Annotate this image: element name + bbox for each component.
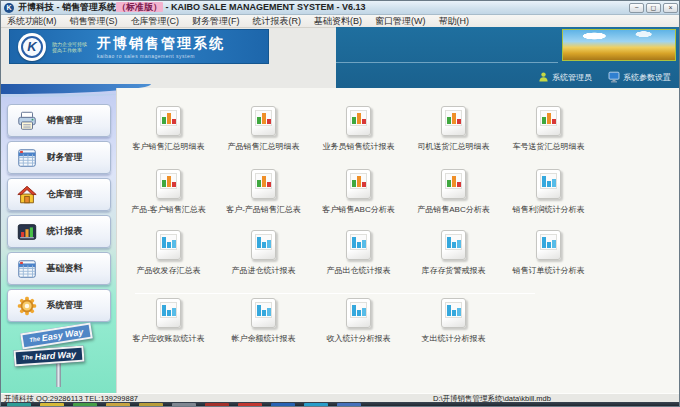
menu-item[interactable]: 窗口管理(W) [375,15,426,28]
report-chart-icon [346,169,371,199]
brand-logo: K [18,33,46,61]
report-chart-icon [156,298,181,328]
report-item[interactable]: 客户销售ABC分析表 [311,169,406,215]
menu-item[interactable]: 销售管理(S) [70,15,118,28]
report-chart-icon [536,106,561,136]
report-item[interactable]: 销售订单统计分析表 [501,230,596,276]
report-item[interactable]: 业务员销售统计报表 [311,106,406,152]
sidebar-item-label: 财务管理 [47,151,83,164]
taskbar-app-icon [238,403,262,407]
section-separator [135,293,535,294]
menu-item[interactable]: 系统功能(M) [7,15,57,28]
sidebar-item-label: 统计报表 [47,225,83,238]
brand-slogan: 助力企业可持续 提高工作效率 [52,41,87,53]
report-label: 客户-产品销售汇总表 [226,204,301,215]
menu-item[interactable]: 帮助(H) [439,15,470,28]
report-item[interactable]: 支出统计分析报表 [406,298,501,344]
title-bar[interactable]: K 开博科技 - 销售管理系统（标准版） - KAIBO SALE MANAGE… [1,1,680,15]
taskbar-app-icon [205,403,229,407]
menu-item[interactable]: 基础资料(B) [314,15,362,28]
printer-icon [16,110,38,132]
report-item[interactable]: 销售利润统计分析表 [501,169,596,215]
report-item[interactable]: 库存存货警戒报表 [406,230,501,276]
slogan-line2: 提高工作效率 [52,47,87,53]
brand-logo-letter: K [21,36,43,58]
sidebar-item-system[interactable]: 系统管理 [7,289,111,322]
window-title-version: - KAIBO SALE MANAGEMENT SYSTEM - V6.13 [163,2,366,12]
sidebar-item-basedata[interactable]: 基础资料 [7,252,111,285]
report-label: 客户销售汇总明细表 [133,141,205,152]
report-label: 车号送货汇总明细表 [513,141,585,152]
close-button[interactable]: × [663,3,678,13]
taskbar-app-icon [106,403,130,407]
report-label: 客户应收账款统计表 [133,333,205,344]
gear-icon [16,295,38,317]
report-chart-icon [346,298,371,328]
sidebar-item-label: 系统管理 [47,299,83,312]
report-item[interactable]: 产品进仓统计报表 [216,230,311,276]
report-item[interactable]: 司机送货汇总明细表 [406,106,501,152]
sidebar-item-warehouse[interactable]: 仓库管理 [7,178,111,211]
sign-prefix: The [29,336,40,344]
report-label: 收入统计分析报表 [327,333,391,344]
bar-chart-icon [16,221,38,243]
report-label: 销售订单统计分析表 [513,265,585,276]
report-chart-icon [251,106,276,136]
sidebar-swoosh-highlight [1,94,119,97]
sidebar: 销售管理 财务管理 仓库管理 统计报表 基础资料 系统管理 [1,88,116,393]
taskbar-app-icon [337,403,361,407]
maximize-button[interactable]: ◻ [646,3,661,13]
sidebar-item-label: 仓库管理 [47,188,83,201]
system-settings-link[interactable]: 系统参数设置 [608,71,671,83]
sidebar-item-label: 基础资料 [47,262,83,275]
report-item[interactable]: 帐户余额统计报表 [216,298,311,344]
menu-item[interactable]: 统计报表(R) [253,15,302,28]
sidebar-item-finance[interactable]: 财务管理 [7,141,111,174]
user-icon [538,71,549,83]
report-item[interactable]: 产品出仓统计报表 [311,230,406,276]
menu-item[interactable]: 财务管理(F) [192,15,240,28]
sidebar-item-sales[interactable]: 销售管理 [7,104,111,137]
report-label: 产品销售汇总明细表 [228,141,300,152]
header: 系统管理员 系统参数设置 K 助力企业可持续 提高工作效率 开博销售管理系统 k… [1,28,680,88]
sidebar-item-reports[interactable]: 统计报表 [7,215,111,248]
header-divider [336,62,558,63]
report-chart-icon [441,169,466,199]
report-item[interactable]: 产品-客户销售汇总表 [121,169,216,215]
taskbar-app-icon [271,403,295,407]
report-label: 业务员销售统计报表 [323,141,395,152]
report-label: 产品收发存汇总表 [137,265,201,276]
report-item[interactable]: 产品销售ABC分析表 [406,169,501,215]
report-grid: 客户销售汇总明细表产品销售汇总明细表业务员销售统计报表司机送货汇总明细表车号送货… [116,88,680,393]
report-chart-icon [441,298,466,328]
report-item[interactable]: 收入统计分析报表 [311,298,406,344]
report-row-analysis: 产品-客户销售汇总表客户-产品销售汇总表客户销售ABC分析表产品销售ABC分析表… [121,169,596,215]
report-item[interactable]: 车号送货汇总明细表 [501,106,596,152]
window-title: 开博科技 - 销售管理系统（标准版） - KAIBO SALE MANAGEME… [18,1,366,14]
app-logo-icon: K [4,3,14,13]
brand-banner: K 助力企业可持续 提高工作效率 开博销售管理系统 kaibao ro sale… [9,29,269,64]
report-item[interactable]: 产品收发存汇总表 [121,230,216,276]
current-user-label: 系统管理员 [552,72,592,83]
report-chart-icon [441,230,466,260]
header-right-panel: 系统管理员 系统参数设置 [336,27,680,88]
report-item[interactable]: 客户销售汇总明细表 [121,106,216,152]
current-user[interactable]: 系统管理员 [538,71,592,83]
minimize-button[interactable]: − [629,3,644,13]
taskbar-app-icon [40,403,64,407]
report-item[interactable]: 客户应收账款统计表 [121,298,216,344]
system-settings-label: 系统参数设置 [623,72,671,83]
windows-taskbar[interactable] [1,402,680,407]
menu-item[interactable]: 仓库管理(C) [131,15,180,28]
report-label: 支出统计分析报表 [422,333,486,344]
status-bar: 开博科技 QQ:29286113 TEL:139299887 D:\开博销售管理… [1,393,680,402]
monitor-icon [608,71,620,83]
report-label: 产品进仓统计报表 [232,265,296,276]
report-item[interactable]: 客户-产品销售汇总表 [216,169,311,215]
report-item[interactable]: 产品销售汇总明细表 [216,106,311,152]
report-row-finance: 客户应收账款统计表帐户余额统计报表收入统计分析报表支出统计分析报表 [121,298,501,344]
sign-prefix: The [22,354,33,361]
taskbar-app-icon [172,403,196,407]
report-label: 帐户余额统计报表 [232,333,296,344]
easy-way-text: Easy Way [41,327,84,343]
